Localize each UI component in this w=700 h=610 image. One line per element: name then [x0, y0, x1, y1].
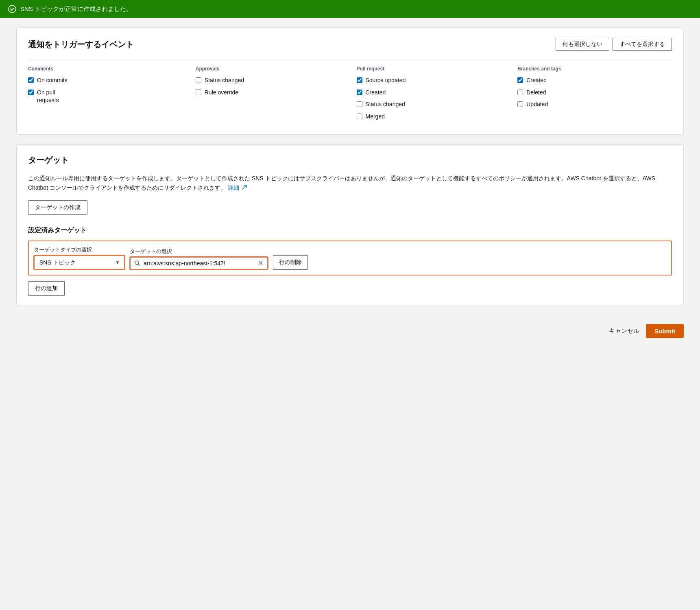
external-link-icon: [242, 185, 247, 190]
target-card: ターゲット この通知ルール専用に使用するターゲットを作成します。ターゲットとして…: [16, 144, 684, 306]
deleted-checkbox[interactable]: [517, 90, 523, 95]
on-pull-requests-checkbox[interactable]: [28, 90, 34, 95]
branches-tags-column: Branches and tags Created Deleted Update…: [511, 66, 672, 125]
pull-request-column: Pull request Source updated Created Stat…: [350, 66, 511, 125]
cancel-button[interactable]: キャンセル: [609, 327, 639, 335]
updated-label: Updated: [526, 101, 548, 109]
svg-point-0: [9, 5, 16, 13]
events-card: 通知をトリガーするイベント 何も選択しない すべてを選択する Comments …: [16, 28, 684, 135]
target-title: ターゲット: [28, 155, 69, 166]
target-type-select-wrapper: SNS トピック AWS Chatbot (Slack) ▼: [34, 255, 125, 270]
merged-label: Merged: [366, 113, 385, 121]
target-select-label: ターゲットの選択: [130, 248, 268, 255]
comments-category-label: Comments: [28, 66, 183, 72]
target-type-label: ターゲットタイプの選択: [34, 246, 125, 254]
create-target-button[interactable]: ターゲットの作成: [28, 200, 87, 215]
target-description: この通知ルール専用に使用するターゲットを作成します。ターゲットとして作成された …: [28, 174, 672, 192]
bottom-actions: キャンセル Submit: [0, 316, 700, 346]
approvals-column: Approvals Status changed Rule override: [189, 66, 350, 125]
rule-override-item: Rule override: [196, 89, 344, 97]
configured-target-row: ターゲットタイプの選択 SNS トピック AWS Chatbot (Slack)…: [28, 241, 672, 275]
pr-status-changed-checkbox[interactable]: [357, 101, 362, 107]
target-type-select[interactable]: SNS トピック AWS Chatbot (Slack): [35, 256, 124, 269]
approvals-status-changed-label: Status changed: [205, 77, 244, 85]
detail-link[interactable]: 詳細: [228, 184, 247, 191]
add-row-button[interactable]: 行の追加: [28, 281, 65, 296]
approvals-category-label: Approvals: [196, 66, 344, 72]
select-all-button[interactable]: すべてを選択する: [613, 38, 672, 51]
events-card-header: 通知をトリガーするイベント 何も選択しない すべてを選択する: [28, 38, 672, 51]
on-pull-requests-label: On pullrequests: [37, 89, 59, 105]
bt-created-item: Created: [517, 77, 665, 85]
events-title: 通知をトリガーするイベント: [28, 39, 134, 50]
merged-item: Merged: [357, 113, 505, 121]
approvals-status-changed-item: Status changed: [196, 77, 344, 85]
updated-item: Updated: [517, 101, 665, 109]
target-search-wrapper: ✕: [130, 257, 268, 270]
select-none-button[interactable]: 何も選択しない: [556, 38, 609, 51]
configured-targets-title: 設定済みターゲット: [28, 226, 672, 235]
target-select-field: ターゲットの選択 ✕: [130, 248, 268, 270]
bt-created-label: Created: [526, 77, 547, 85]
comments-column: Comments On commits On pullrequests: [28, 66, 189, 125]
success-banner: SNS トピックが正常に作成されました。: [0, 0, 700, 18]
source-updated-item: Source updated: [357, 77, 505, 85]
target-type-field: ターゲットタイプの選択 SNS トピック AWS Chatbot (Slack)…: [34, 246, 125, 270]
pr-created-label: Created: [366, 89, 386, 97]
rule-override-checkbox[interactable]: [196, 90, 201, 95]
pr-created-checkbox[interactable]: [357, 90, 362, 95]
target-search-input[interactable]: [144, 260, 255, 267]
on-commits-label: On commits: [37, 77, 68, 85]
deleted-label: Deleted: [526, 89, 546, 97]
pr-created-item: Created: [357, 89, 505, 97]
source-updated-label: Source updated: [366, 77, 406, 85]
pull-request-category-label: Pull request: [357, 66, 505, 72]
updated-checkbox[interactable]: [517, 101, 523, 107]
success-message: SNS トピックが正常に作成されました。: [20, 5, 132, 13]
merged-checkbox[interactable]: [357, 114, 362, 119]
source-updated-checkbox[interactable]: [357, 77, 362, 83]
success-icon: [8, 5, 16, 13]
clear-input-button[interactable]: ✕: [258, 260, 263, 267]
deleted-item: Deleted: [517, 89, 665, 97]
pr-status-changed-label: Status changed: [366, 101, 405, 109]
submit-button[interactable]: Submit: [646, 324, 684, 338]
pr-status-changed-item: Status changed: [357, 101, 505, 109]
events-header-buttons: 何も選択しない すべてを選択する: [556, 38, 672, 51]
on-commits-item: On commits: [28, 77, 183, 85]
target-card-header: ターゲット: [28, 155, 672, 166]
rule-override-label: Rule override: [205, 89, 238, 97]
bt-created-checkbox[interactable]: [517, 77, 523, 83]
on-commits-checkbox[interactable]: [28, 77, 34, 83]
delete-row-button[interactable]: 行の削除: [273, 255, 308, 270]
on-pull-requests-item: On pullrequests: [28, 89, 183, 105]
branches-tags-category-label: Branches and tags: [517, 66, 665, 72]
search-icon: [135, 260, 140, 266]
approvals-status-changed-checkbox[interactable]: [196, 77, 201, 83]
events-grid: Comments On commits On pullrequests Appr…: [28, 59, 672, 125]
